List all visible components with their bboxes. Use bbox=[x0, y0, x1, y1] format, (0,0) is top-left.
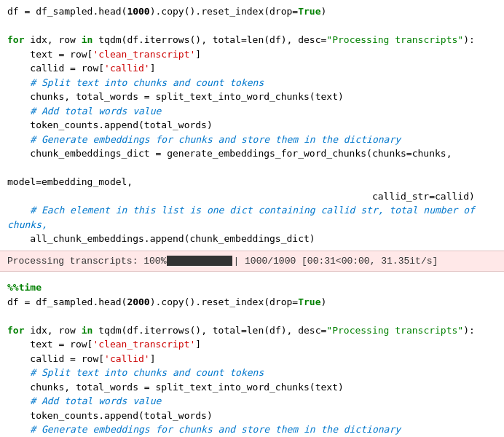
output-text-1: Processing transcripts: 100%​| 1000/1000… bbox=[7, 256, 438, 267]
code-line: # Add total words value bbox=[7, 106, 161, 117]
code-line: all_chunk_embeddings.append(chunk_embedd… bbox=[7, 233, 315, 244]
code-line: for idx, row in tqdm(df.iterrows(), tota… bbox=[7, 325, 475, 336]
code-line: # Split text into chunks and count token… bbox=[7, 77, 264, 88]
code-line: chunk_embeddings_dict = generate_embeddi… bbox=[7, 148, 452, 159]
code-line: for idx, row in tqdm(df.iterrows(), tota… bbox=[7, 34, 475, 45]
output-bar-1: Processing transcripts: 100%​| 1000/1000… bbox=[0, 251, 504, 272]
code-line: # Split text into chunks and count token… bbox=[7, 367, 264, 378]
code-block-1: df = df_sampled.head(1000).copy().reset_… bbox=[7, 4, 497, 246]
code-line: callid = row['callid'] bbox=[7, 353, 156, 364]
code-line: text = row['clean_transcript'] bbox=[7, 339, 201, 350]
code-line: # Each element in this list is one dict … bbox=[7, 205, 481, 230]
code-line: # Generate embeddings for chunks and sto… bbox=[7, 424, 401, 435]
cell-1: df = df_sampled.head(1000).copy().reset_… bbox=[0, 0, 504, 251]
cell-2: %%time df = df_sampled.head(2000).copy()… bbox=[0, 276, 504, 437]
code-line: # Add total words value bbox=[7, 395, 161, 406]
progress-bar-1: ​ bbox=[167, 256, 232, 266]
code-line: callid_str=callid) bbox=[7, 191, 475, 202]
code-line: model=embedding_model, bbox=[7, 162, 372, 188]
code-line: chunks, total_words = split_text_into_wo… bbox=[7, 382, 344, 393]
code-line: token_counts.append(total_words) bbox=[7, 410, 213, 421]
code-line: chunks, total_words = split_text_into_wo… bbox=[7, 91, 344, 102]
code-line: # Generate embeddings for chunks and sto… bbox=[7, 134, 401, 145]
code-line: callid = row['callid'] bbox=[7, 63, 156, 74]
notebook-container: df = df_sampled.head(1000).copy().reset_… bbox=[0, 0, 504, 437]
code-line: df = df_sampled.head(1000).copy().reset_… bbox=[7, 6, 326, 17]
code-line: text = row['clean_transcript'] bbox=[7, 49, 201, 60]
code-line: df = df_sampled.head(2000).copy().reset_… bbox=[7, 296, 326, 307]
code-block-2: %%time df = df_sampled.head(2000).copy()… bbox=[7, 280, 497, 437]
code-line: token_counts.append(total_words) bbox=[7, 119, 213, 130]
code-line: %%time bbox=[7, 282, 42, 293]
